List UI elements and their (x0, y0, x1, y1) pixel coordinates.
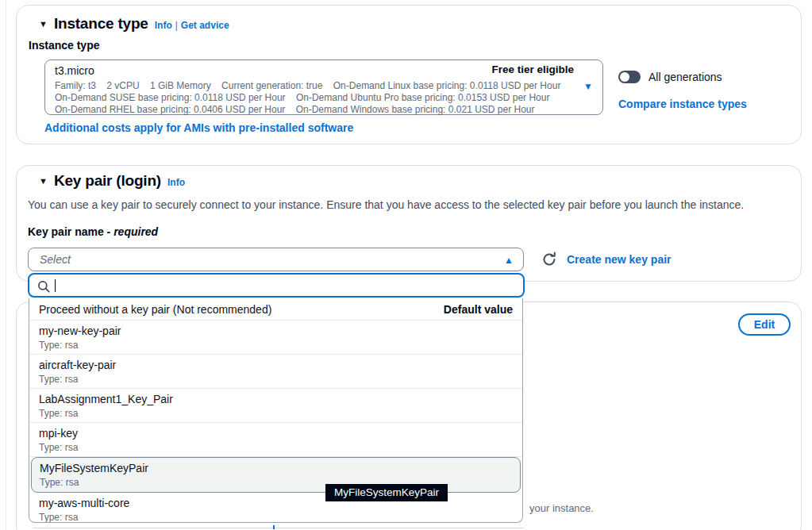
partial-description-text: your instance. (529, 502, 594, 514)
collapse-triangle-icon[interactable]: ▼ (39, 176, 48, 186)
key-pair-select[interactable]: Select ▲ (28, 248, 524, 271)
key-pair-search-input[interactable] (28, 273, 525, 298)
instance-detail-line: Family: t3 2 vCPU 1 GiB Memory Current g… (55, 80, 560, 91)
required-indicator: - required (107, 225, 159, 238)
instance-detail-line: On-Demand SUSE base pricing: 0.0118 USD … (55, 92, 549, 103)
toggle-knob (620, 72, 629, 82)
launch-instance-page: ▼ Instance type Info|Get advice Instance… (0, 0, 812, 530)
chevron-up-icon: ▲ (504, 255, 514, 266)
option-type: Type: rsa (39, 374, 513, 385)
option-label: Proceed without a key pair (Not recommen… (39, 303, 271, 316)
section-title: Instance type (54, 15, 148, 33)
content-left-border (6, 0, 6, 530)
create-new-key-pair-link[interactable]: Create new key pair (567, 253, 672, 266)
compare-instance-types-link[interactable]: Compare instance types (618, 98, 747, 110)
key-pair-description: You can use a key pair to securely conne… (28, 198, 744, 211)
dropdown-option[interactable]: LabAssignment1_Key_Pair Type: rsa (29, 389, 522, 423)
link-separator: | (172, 20, 181, 31)
collapse-triangle-icon[interactable]: ▼ (39, 19, 48, 29)
chevron-down-icon[interactable]: ▼ (583, 81, 593, 92)
select-placeholder: Select (40, 253, 71, 266)
option-type: Type: rsa (39, 340, 513, 351)
key-pair-header: ▼ Key pair (login) Info (39, 172, 185, 190)
dropdown-option[interactable]: aircraft-key-pair Type: rsa (29, 355, 522, 389)
selected-instance-name: t3.micro (55, 64, 94, 77)
dropdown-option[interactable]: my-new-key-pair Type: rsa (29, 321, 522, 355)
get-advice-link[interactable]: Get advice (181, 20, 229, 31)
option-name: LabAssignment1_Key_Pair (39, 393, 513, 405)
text-caret (273, 525, 275, 529)
dropdown-option[interactable]: mpi-key Type: rsa (29, 423, 522, 457)
option-type: Type: rsa (39, 442, 513, 453)
option-type: Type: rsa (39, 408, 513, 419)
info-link[interactable]: Info (155, 20, 172, 31)
additional-costs-link[interactable]: Additional costs apply for AMIs with pre… (44, 121, 353, 134)
section-title: Key pair (login) (54, 172, 161, 190)
instance-type-card: ▼ Instance type Info|Get advice Instance… (16, 5, 802, 144)
all-generations-toggle[interactable] (618, 71, 641, 83)
option-name: MyFileSystemKeyPair (40, 462, 512, 474)
default-value-badge: Default value (444, 303, 513, 316)
text-cursor (55, 279, 56, 292)
instance-type-field-label: Instance type (29, 39, 187, 52)
instance-type-header: ▼ Instance type Info|Get advice (39, 15, 229, 33)
all-generations-label: All generations (648, 71, 722, 83)
option-type: Type: rsa (39, 512, 513, 523)
instance-type-select[interactable]: t3.micro Free tier eligible Family: t3 2… (44, 60, 603, 115)
option-name: aircraft-key-pair (39, 359, 513, 371)
dropdown-option[interactable]: my-aws-multi-core Type: rsa (29, 493, 522, 523)
option-name: mpi-key (39, 427, 513, 440)
free-tier-badge: Free tier eligible (491, 63, 574, 75)
instance-detail-line: On-Demand RHEL base pricing: 0.0406 USD … (55, 104, 535, 115)
label-text: Key pair name (28, 225, 104, 238)
dropdown-option-proceed-without-key-pair[interactable]: Proceed without a key pair (Not recommen… (29, 298, 522, 321)
refresh-icon[interactable] (541, 252, 557, 267)
key-pair-dropdown-list: Proceed without a key pair (Not recommen… (29, 298, 523, 523)
search-icon (37, 279, 51, 294)
info-link[interactable]: Info (167, 177, 185, 188)
edit-button[interactable]: Edit (738, 313, 791, 336)
hidden-element-top-border (33, 528, 524, 528)
key-pair-name-label: Key pair name - required (28, 225, 158, 238)
option-name: my-new-key-pair (39, 325, 513, 337)
key-pair-tooltip: MyFileSystemKeyPair (325, 484, 448, 501)
